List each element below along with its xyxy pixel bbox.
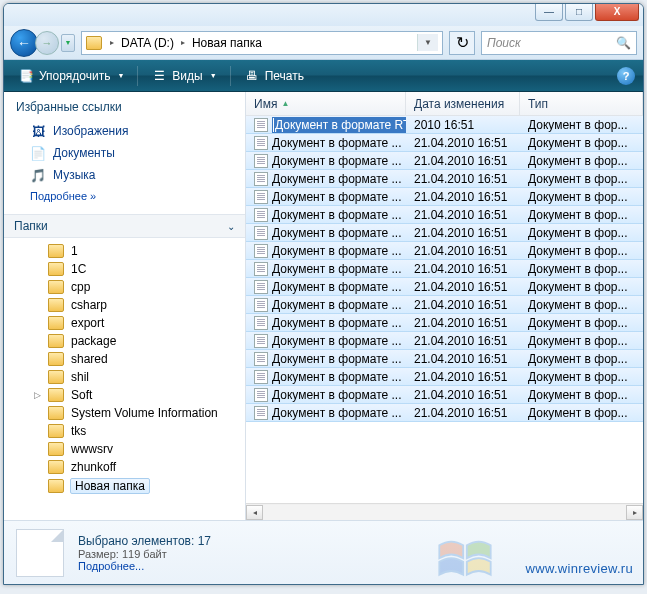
column-headers: Имя ▲ Дата изменения Тип	[246, 92, 643, 116]
address-bar[interactable]: ▸ DATA (D:) ▸ Новая папка ▼	[81, 31, 443, 55]
file-type: Документ в фор...	[520, 280, 643, 294]
details-more-link[interactable]: Подробнее...	[78, 560, 211, 572]
tree-item[interactable]: csharp	[4, 296, 245, 314]
file-row[interactable]: Документ в формате ...21.04.2010 16:51До…	[246, 367, 643, 386]
tree-item[interactable]: tks	[4, 422, 245, 440]
separator	[137, 66, 138, 86]
document-icon	[254, 226, 268, 240]
file-row[interactable]: Документ в формате ...21.04.2010 16:51До…	[246, 403, 643, 422]
tree-item-label: tks	[70, 424, 87, 438]
file-date: 21.04.2010 16:51	[406, 280, 520, 294]
history-dropdown[interactable]: ▼	[61, 34, 75, 52]
chevron-right-icon[interactable]: ▸	[106, 38, 118, 47]
expand-icon[interactable]: ▷	[34, 390, 41, 400]
file-row[interactable]: Документ в формате ...21.04.2010 16:51До…	[246, 151, 643, 170]
sort-asc-icon: ▲	[281, 99, 289, 108]
refresh-button[interactable]: ↻	[449, 31, 475, 55]
favorite-icon: 🎵	[30, 167, 46, 183]
folder-icon	[48, 262, 64, 276]
file-row[interactable]: Документ в формате ...21.04.2010 16:51До…	[246, 205, 643, 224]
horizontal-scrollbar[interactable]: ◂ ▸	[246, 503, 643, 520]
folders-header[interactable]: Папки ⌄	[4, 214, 245, 238]
folder-icon	[48, 298, 64, 312]
tree-item[interactable]: shil	[4, 368, 245, 386]
maximize-button[interactable]: □	[565, 3, 593, 21]
file-row[interactable]: Документ в формате ...21.04.2010 16:51До…	[246, 349, 643, 368]
file-row[interactable]: Документ в формате ...21.04.2010 16:51До…	[246, 133, 643, 152]
file-date: 21.04.2010 16:51	[406, 298, 520, 312]
file-row[interactable]: Документ в формате ...21.04.2010 16:51До…	[246, 313, 643, 332]
column-type[interactable]: Тип	[520, 92, 643, 115]
file-row[interactable]: Документ в формате RTF.rtf2010 16:51Доку…	[246, 116, 643, 134]
search-input[interactable]: Поиск 🔍	[481, 31, 637, 55]
tree-item-label: export	[70, 316, 105, 330]
breadcrumb-folder[interactable]: Новая папка	[189, 36, 265, 50]
file-row[interactable]: Документ в формате ...21.04.2010 16:51До…	[246, 187, 643, 206]
file-date: 21.04.2010 16:51	[406, 244, 520, 258]
tree-item[interactable]: ▷Soft	[4, 386, 245, 404]
selection-thumbnail	[16, 529, 64, 577]
scroll-right-button[interactable]: ▸	[626, 505, 643, 520]
file-type: Документ в фор...	[520, 352, 643, 366]
file-name: Документ в формате ...	[272, 136, 402, 150]
tree-item[interactable]: Новая папка	[4, 476, 245, 496]
tree-item[interactable]: 1	[4, 242, 245, 260]
file-name: Документ в формате ...	[272, 280, 402, 294]
file-list[interactable]: Документ в формате RTF.rtf2010 16:51Доку…	[246, 116, 643, 503]
scroll-track[interactable]	[263, 505, 626, 520]
tree-item[interactable]: 1C	[4, 260, 245, 278]
help-button[interactable]: ?	[617, 67, 635, 85]
tree-item[interactable]: wwwsrv	[4, 440, 245, 458]
views-button[interactable]: ☰ Виды ▼	[145, 65, 222, 87]
tree-item[interactable]: export	[4, 314, 245, 332]
file-name: Документ в формате ...	[272, 406, 402, 420]
chevron-right-icon[interactable]: ▸	[177, 38, 189, 47]
file-name: Документ в формате ...	[272, 388, 402, 402]
tree-item[interactable]: cpp	[4, 278, 245, 296]
tree-item[interactable]: shared	[4, 350, 245, 368]
titlebar: — □ X	[4, 4, 643, 26]
tree-item[interactable]: package	[4, 332, 245, 350]
file-type: Документ в фор...	[520, 190, 643, 204]
print-button[interactable]: 🖶 Печать	[238, 65, 310, 87]
organize-button[interactable]: 📑 Упорядочить ▼	[12, 65, 130, 87]
file-name: Документ в формате ...	[272, 352, 402, 366]
file-row[interactable]: Документ в формате ...21.04.2010 16:51До…	[246, 259, 643, 278]
document-icon	[254, 244, 268, 258]
file-row[interactable]: Документ в формате ...21.04.2010 16:51До…	[246, 385, 643, 404]
column-name-label: Имя	[254, 97, 277, 111]
file-row[interactable]: Документ в формате ...21.04.2010 16:51До…	[246, 241, 643, 260]
file-date: 21.04.2010 16:51	[406, 136, 520, 150]
file-row[interactable]: Документ в формате ...21.04.2010 16:51До…	[246, 223, 643, 242]
file-row[interactable]: Документ в формате ...21.04.2010 16:51До…	[246, 331, 643, 350]
tree-item-label: csharp	[70, 298, 108, 312]
back-button[interactable]: ←	[10, 29, 38, 57]
tree-item[interactable]: zhunkoff	[4, 458, 245, 476]
file-name: Документ в формате ...	[272, 172, 402, 186]
breadcrumb-drive[interactable]: DATA (D:)	[118, 36, 177, 50]
tree-item[interactable]: System Volume Information	[4, 404, 245, 422]
rename-input[interactable]: Документ в формате RTF.rtf	[272, 117, 406, 133]
column-name[interactable]: Имя ▲	[246, 92, 406, 115]
document-icon	[254, 406, 268, 420]
favorite-link[interactable]: 🎵Музыка	[16, 164, 233, 186]
minimize-button[interactable]: —	[535, 3, 563, 21]
more-link[interactable]: Подробнее »	[16, 186, 96, 210]
address-dropdown[interactable]: ▼	[417, 34, 438, 51]
favorite-link[interactable]: 📄Документы	[16, 142, 233, 164]
forward-button[interactable]: →	[35, 31, 59, 55]
file-date: 21.04.2010 16:51	[406, 388, 520, 402]
file-row[interactable]: Документ в формате ...21.04.2010 16:51До…	[246, 169, 643, 188]
file-type: Документ в фор...	[520, 262, 643, 276]
file-row[interactable]: Документ в формате ...21.04.2010 16:51До…	[246, 277, 643, 296]
favorite-link[interactable]: 🖼Изображения	[16, 120, 233, 142]
navigation-pane: Избранные ссылки 🖼Изображения📄Документы🎵…	[4, 92, 246, 520]
search-icon: 🔍	[616, 36, 631, 50]
file-row[interactable]: Документ в формате ...21.04.2010 16:51До…	[246, 295, 643, 314]
column-date[interactable]: Дата изменения	[406, 92, 520, 115]
favorite-icon: 🖼	[30, 123, 46, 139]
scroll-left-button[interactable]: ◂	[246, 505, 263, 520]
folder-icon	[48, 424, 64, 438]
close-button[interactable]: X	[595, 3, 639, 21]
file-type: Документ в фор...	[520, 370, 643, 384]
